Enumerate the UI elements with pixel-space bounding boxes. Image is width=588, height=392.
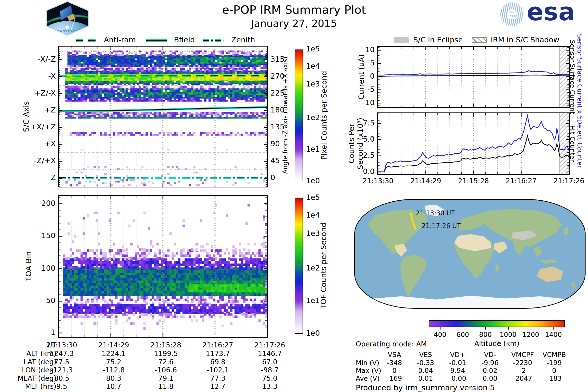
ephemeris-value: -121.3 [51,366,73,374]
ephemeris-value: 80.3 [106,374,121,382]
tof-colorbar [295,198,303,334]
footer-produced-by: Produced by irm_summary version 5 [356,383,495,392]
current-ytick-label: -10 [362,98,374,107]
colorbar-tick-label: 1e4 [306,211,320,219]
ephemeris-value: 75.0 [262,374,277,382]
bfield-line-sample [146,39,167,42]
ephemeris-value: -98.7 [261,366,278,374]
angle-tick-label: 0 [270,173,275,182]
ephemeris-value: 1247.3 [50,350,74,358]
time-tick-label: 21:16:27 [506,177,536,185]
voltage-value: -169 [387,374,402,382]
altitude-colorbar-label: Altitude (km) [474,340,520,348]
toa-spectrogram-canvas [59,196,267,337]
sc-axis-ylabel: S/C Axis [22,101,30,132]
altitude-tick [554,327,554,330]
voltage-value: -0.00 [449,374,466,382]
sc-axis-tick-label: -X [48,72,56,80]
track-end-label: 21:17:26 UT [422,222,461,230]
sc-axis-tick-label: +X [44,139,56,148]
ephemeris-value: 77.5 [54,358,69,366]
ephemeris-value: 21:15:28 [150,341,181,349]
ephemeris-row-label: LAT (deg) [24,358,56,366]
colorbar-tick-label: 1e3 [306,229,320,238]
counts-chart-canvas [378,113,569,174]
ephemeris-value: 69.8 [210,358,226,366]
sc-axis-tick-label: -X/-Z [38,55,56,64]
ephemeris-value: 21:13:30 [46,341,77,349]
sc-axis-spectrogram-panel [58,46,268,188]
sc-axis-tick-label: -Z [48,173,56,182]
ephemeris-value: 10.7 [106,382,121,390]
counts-ytick-label: 2.5 [363,151,374,160]
voltage-value: -0.33 [417,359,434,366]
voltage-value: -2047 [513,374,532,382]
colorbar-tick-label: 1e5 [306,193,320,202]
ephemeris-value: 80.5 [54,374,69,382]
ephemeris-value: 79.1 [158,374,174,382]
voltage-value: 9.94 [450,367,465,374]
voltage-col-header: VSA [388,351,401,358]
current-ytick-label: 10 [365,45,374,54]
toa-ylabel: TOA Bin [24,251,33,281]
voltage-value: -199 [546,359,562,366]
counts-ytick-label: 0.0 [363,167,374,176]
angle-tick-label: 90 [270,140,280,148]
counts-chart-panel [377,112,570,175]
ephemeris-value: 21:14:29 [98,341,129,349]
altitude-tick-label: 400 [434,331,446,338]
altitude-tick-label: 1200 [522,331,539,338]
voltage-value: -9.96 [482,359,498,366]
badge-small-logo [66,26,69,29]
altitude-colorbar [429,320,565,327]
tof-colorbar-label: TOF Counts per Second [319,223,328,309]
zenith-line-sample [203,39,224,42]
ephemeris-value: 9.5 [56,382,68,390]
altitude-tick [440,327,440,330]
angle-tick-label: 315 [270,55,284,64]
voltage-value: -2 [520,367,526,374]
voltage-value: -348 [387,359,402,366]
ground-track-map: 21:13:30 UT 21:17:26 UT [354,199,586,309]
voltage-col-header: VD+ [450,351,465,358]
ephemeris-value: -112.8 [103,366,125,374]
ephemeris-row-label: MLT (hrs) [25,382,56,390]
voltage-value: 0.02 [483,367,497,374]
altitude-tick [485,327,486,330]
altitude-tick-label: 1000 [500,331,516,338]
altitude-tick [531,327,531,330]
colorbar-tick-label: 1e1 [306,145,320,153]
shadow-swatch [472,37,487,43]
esa-e-glyph: e [506,3,518,23]
sensor-surface-current-x5-label: Sensor Surface Current x 5 [576,34,583,120]
colorbar-tick-label: 1e4 [306,62,320,70]
voltage-row-label: Ave (V) [356,374,380,382]
ephemeris-row-label: MLAT (deg) [18,374,56,382]
shadow-legend-label: IRM in S/C Shadow [491,36,559,44]
ground-track-icon [355,200,586,309]
track-start-label: 21:13:30 UT [416,210,455,217]
colorbar-tick-label: 1e2 [306,113,320,122]
ephemeris-value: 77.3 [210,374,226,382]
sensor-surface-current-label: Sensor Surface Current [569,40,576,114]
current-ylabel: Current (uA) [357,54,366,100]
ephemeris-value: 67.0 [262,358,277,366]
epop-irm-summary-plot: e-POP IRM Summary Plot January 27, 2015 … [0,0,588,392]
voltage-value: -0.01 [449,359,466,366]
ephemeris-value: -102.1 [207,366,229,374]
ephemeris-value: 75.2 [106,358,121,366]
colorbar-tick-label: 1e2 [306,264,320,272]
operating-mode-text: Operating mode: AM [356,340,427,348]
colorbar-tick-label: 1e5 [306,44,320,53]
cassiope-label: CASSIOPE [47,30,88,33]
counts-ylabel: Counts Per Second (x10³) [347,118,365,169]
altitude-tick [508,327,508,330]
altitude-tick-label: 600 [456,331,469,338]
current-ytick-label: -5 [367,85,374,94]
angle-tick-label: 270 [270,72,284,80]
ephemeris-value: 21:16:27 [202,341,233,349]
voltage-value: -2230 [513,359,532,366]
current-ytick-label: 5 [370,58,374,67]
pixel-colorbar [295,50,303,181]
current-chart-panel [377,46,570,108]
